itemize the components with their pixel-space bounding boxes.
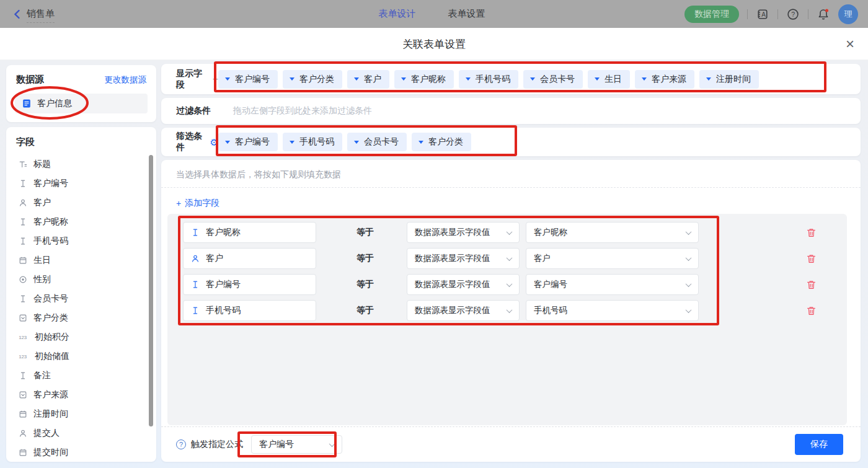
text-field-icon [19,371,27,380]
form-name[interactable]: 销售单 [27,8,55,20]
scrollbar[interactable] [149,155,153,426]
rule-row: 客户 等于 数据源表显示字段值 客户 [183,248,847,269]
topbar-right: 数据管理 A ? 理 [684,0,858,28]
select-icon [19,391,27,399]
number-icon: 123 [19,333,29,342]
chevron-down-icon [507,281,513,287]
field-tag[interactable]: 客户编号 [218,70,278,89]
field-item[interactable]: 客户 [6,193,156,212]
source-type-dropdown[interactable]: 数据源表显示字段值 [407,248,520,269]
close-icon[interactable]: × [846,35,854,53]
date-icon [19,448,27,457]
user-icon [191,254,200,263]
relation-form-settings-screen: 销售单 表单设计 表单设置 数据管理 A ? 理 关联表单设置 × [0,0,868,468]
field-item[interactable]: 123 初始储值 [6,347,156,366]
operator-label: 等于 [356,227,407,238]
field-tag[interactable]: 客户编号 [218,133,278,151]
screen-condition-card: 筛选条件 ⚙ 客户编号 手机号码 会员卡号 客户分类 [161,128,861,156]
field-item[interactable]: 生日 [6,250,156,270]
chevron-down-icon [507,255,513,261]
chevron-down-icon [507,307,513,313]
source-type-dropdown[interactable]: 数据源表显示字段值 [407,274,520,295]
topbar-left: 销售单 [0,8,55,20]
delete-rule-icon[interactable] [806,306,817,316]
tab-form-settings[interactable]: 表单设置 [448,8,485,20]
back-icon[interactable] [12,9,21,19]
field-item[interactable]: 手机号码 [6,231,156,250]
caret-down-icon [418,141,423,144]
field-item[interactable]: 备注 [6,366,156,385]
source-field-dropdown[interactable]: 客户 [526,248,699,269]
datasource-item-label: 客户信息 [37,98,72,109]
field-tag[interactable]: 生日 [588,70,630,89]
rule-field-box[interactable]: 客户 [183,248,316,269]
filter-condition-label-group: 过滤条件 [176,105,218,117]
caret-down-icon [466,77,471,81]
rule-field-box[interactable]: 客户编号 [183,274,316,295]
text-field-icon [19,218,27,226]
source-field-dropdown[interactable]: 客户编号 [526,274,699,295]
field-tag[interactable]: 客户来源 [635,70,694,89]
data-manage-button[interactable]: 数据管理 [684,6,739,23]
add-display-field-button[interactable]: + [213,74,218,85]
screen-condition-tags: 客户编号 手机号码 会员卡号 客户分类 [218,133,471,151]
source-field-dropdown[interactable]: 手机号码 [526,300,699,321]
field-item[interactable]: 提交人 [6,423,156,443]
field-item[interactable]: 客户分类 [6,308,156,327]
source-type-dropdown[interactable]: 数据源表显示字段值 [407,300,520,321]
divider [747,9,748,19]
operator-label: 等于 [356,253,407,264]
save-button[interactable]: 保存 [795,434,843,455]
source-type-dropdown[interactable]: 数据源表显示字段值 [407,222,520,243]
caret-down-icon [290,141,294,144]
field-tag[interactable]: 会员卡号 [347,133,407,151]
screen-condition-label-group: 筛选条件 ⚙ [176,131,218,153]
fill-rules-hint: 当选择具体数据后，将按如下规则填充数据 [161,160,861,180]
field-tag[interactable]: 手机号码 [283,133,342,151]
filter-drop-placeholder: 拖动左侧字段到此处来添加过滤条件 [233,105,372,117]
field-item[interactable]: 客户昵称 [6,212,156,231]
add-field-button[interactable]: + 添加字段 [176,198,219,209]
field-tag[interactable]: 手机号码 [459,70,518,89]
field-item[interactable]: 注册时间 [6,404,156,423]
display-fields-label: 显示字段 [176,68,208,91]
field-tag[interactable]: 注册时间 [699,70,759,89]
user-icon [19,198,27,207]
caret-down-icon [225,141,230,144]
field-tag[interactable]: 客户昵称 [394,70,454,89]
field-tag[interactable]: 客户分类 [412,133,471,151]
translate-book-icon[interactable]: A [756,7,769,21]
field-item[interactable]: 提交时间 [6,443,156,462]
field-item[interactable]: 客户编号 [6,174,156,193]
rule-field-box[interactable]: 客户昵称 [183,222,316,243]
field-item[interactable]: 123 初始积分 [6,327,156,347]
tab-form-design[interactable]: 表单设计 [379,8,416,20]
date-icon [19,256,27,265]
field-tag[interactable]: 客户分类 [283,70,342,89]
chevron-down-icon [686,255,692,261]
field-tag[interactable]: 会员卡号 [523,70,583,89]
avatar[interactable]: 理 [838,4,858,24]
chevron-down-icon [329,441,335,447]
delete-rule-icon[interactable] [806,227,817,238]
field-tag[interactable]: 客户 [347,70,389,89]
notification-bell-icon[interactable] [817,7,830,21]
datasource-item[interactable]: 客户信息 [15,94,148,113]
delete-rule-icon[interactable] [806,254,817,264]
trigger-formula-dropdown[interactable]: 客户编号 [251,435,342,454]
help-icon[interactable]: ? [786,7,800,21]
field-item-title[interactable]: 标题 [6,154,156,174]
rule-field-box[interactable]: 手机号码 [183,300,316,321]
source-field-dropdown[interactable]: 客户昵称 [526,222,699,243]
field-item[interactable]: 性别 [6,270,156,289]
delete-rule-icon[interactable] [806,280,817,290]
help-icon[interactable]: ? [176,439,186,449]
field-item[interactable]: 客户来源 [6,385,156,404]
date-icon [19,410,27,418]
field-item[interactable]: 会员卡号 [6,289,156,308]
gear-icon[interactable]: ⚙ [210,138,218,147]
change-datasource-link[interactable]: 更改数据源 [105,74,147,86]
operator-label: 等于 [356,279,407,290]
divider [777,9,778,19]
screen-condition-label: 筛选条件 [176,131,206,153]
